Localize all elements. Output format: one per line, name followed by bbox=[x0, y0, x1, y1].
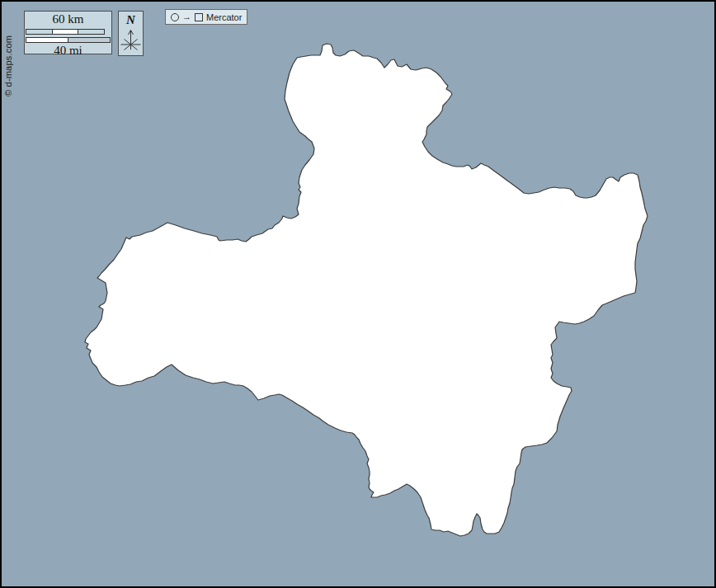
scale-km-bar bbox=[26, 29, 105, 35]
outline-map bbox=[2, 2, 714, 586]
scale-mi-segment bbox=[68, 38, 110, 42]
projection-box: → Mercator bbox=[165, 9, 247, 25]
scale-mi-bar bbox=[26, 37, 111, 43]
circle-outline-icon bbox=[171, 13, 179, 21]
square-outline-icon bbox=[195, 13, 203, 21]
scale-box: 60 km 40 mi bbox=[24, 11, 112, 54]
scale-mi-label: 40 mi bbox=[25, 44, 111, 58]
scale-mi-segment bbox=[26, 38, 68, 42]
scale-km-segment bbox=[26, 30, 53, 34]
scale-km-label: 60 km bbox=[25, 12, 111, 26]
compass-north-label: N bbox=[119, 13, 143, 26]
scale-km-segment bbox=[53, 30, 78, 34]
compass-rose-icon bbox=[120, 26, 142, 53]
scale-km-segment bbox=[78, 30, 104, 34]
region-outline bbox=[85, 44, 648, 536]
map-canvas: © d-maps.com 60 km 40 mi N → bbox=[0, 0, 716, 588]
arrow-right-icon: → bbox=[182, 12, 191, 21]
compass-box: N bbox=[118, 11, 144, 56]
copyright-text: © d-maps.com bbox=[3, 6, 13, 96]
projection-name: Mercator bbox=[206, 12, 242, 22]
